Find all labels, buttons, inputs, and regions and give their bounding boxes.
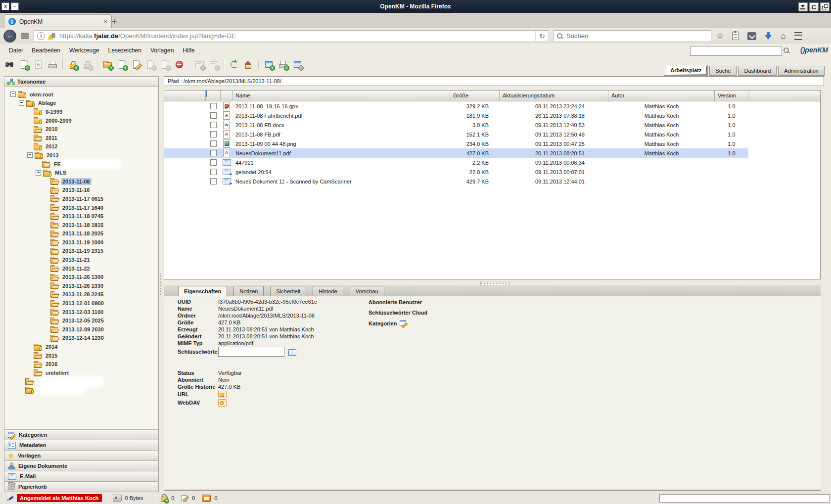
column-header-size[interactable]: Größe [450,91,500,101]
tree-item-2013-11-26-1330[interactable]: 2013-11-26 1330 [4,281,158,290]
tree-item-2013-11-21[interactable]: 2013-11-21 [4,255,158,264]
tree-item-2013-11-22[interactable]: 2013-11-22 [4,264,158,273]
file-row-4[interactable]: A2013-11-08 FB.pdf152.1 KB09.11.2013 12:… [164,130,748,139]
tree-item-2016[interactable]: 2016 [4,360,158,368]
tree-item-2013-12-03-1100[interactable]: 2013-12-03 1100 [4,308,158,317]
tree-item-2013-12-05-2025[interactable]: 2013-12-05 2025 [4,316,158,325]
row-checkbox[interactable] [210,169,217,175]
thesaurus-book-icon[interactable] [288,349,297,355]
tree-item-2013-12-14-1230[interactable]: 2013-12-14 1230 [4,334,158,343]
tree-item-okm-root[interactable]: okm:root [4,90,158,99]
sidebar-panel-papierkorb[interactable]: Papierkorb [4,481,158,492]
row-checkbox[interactable] [210,103,217,109]
sidebar-panel-metadaten[interactable]: Metadaten [4,440,158,450]
tree-item-2013-12-09-2030[interactable]: 2013-12-09 2030 [4,325,158,334]
tree-item-redacted[interactable] [4,386,158,395]
file-row-7[interactable]: 4479212.2 KB09.11.2013 00:06:34 [164,158,748,167]
create-folder-icon[interactable]: + [103,60,112,69]
file-row-1[interactable]: 2013-11-08_19-16-16.gpx329.2 KB08.11.201… [164,101,748,111]
sidebar-panel-vorlagen[interactable]: Vorlagen [4,450,158,460]
file-row-3[interactable]: W2013-11-08 FB.docx3.0 KB09.11.2013 12:4… [164,120,748,130]
downloads-icon[interactable] [765,32,772,40]
tree-item-2011[interactable]: 2011 [4,134,158,142]
url-shortcut-icon[interactable] [218,391,227,398]
reading-list-icon[interactable] [732,32,739,40]
properties-tab-notizen[interactable]: Notizen [233,286,264,296]
tree-item-2013-11-19-1000[interactable]: 2013-11-19 1000 [4,238,158,247]
tree-item-2013-11-17-0615[interactable]: 2013-11-17 0615 [4,194,158,203]
properties-tab-sicherheit[interactable]: Sicherheit [270,286,306,296]
menu-item-lesezeichen[interactable]: Lesezeichen [104,47,146,54]
categories-icon[interactable] [400,320,407,326]
workspace-tab-administration[interactable]: Administration [778,66,825,76]
tree-item-2013-11-26-1300[interactable]: 2013-11-26 1300 [4,273,158,281]
workspace-tab-arbeitsplatz[interactable]: Arbeitsplatz [664,65,708,76]
column-header-name[interactable]: Name [232,91,450,101]
menu-item-vorlagen[interactable]: Vorlagen [146,47,178,54]
workspace-tab-suche[interactable]: Suche [709,66,737,76]
tree-item-2014[interactable]: 2014 [4,342,158,351]
collapse-icon[interactable] [19,100,24,106]
menu-item-hilfe[interactable]: Hilfe [178,47,199,54]
hamburger-menu-icon[interactable] [794,32,802,40]
refresh-icon[interactable] [230,60,239,69]
url-bar[interactable]: https://katla.fjalar.de/OpenKM/frontend/… [34,30,549,42]
panel-splitter-vertical[interactable] [159,76,164,492]
tree-item-2013-11-18-2025[interactable]: 2013-11-18 2025 [4,229,158,238]
reload-icon[interactable] [535,31,549,41]
row-checkbox[interactable] [210,140,217,147]
edit-document-icon[interactable] [132,60,141,69]
url-text[interactable]: https://katla.fjalar.de/OpenKM/frontend/… [59,32,535,40]
column-header-version[interactable]: Version [715,91,748,101]
bookmark-star-icon[interactable] [716,31,724,41]
column-header-date[interactable]: Aktualisierungsdatum [500,91,608,101]
file-row-5[interactable]: 2013-11-09 00 44 48.png234.0 KB09.11.201… [164,139,748,148]
sidebar-panel-e-mail[interactable]: E-Mail [4,471,158,481]
back-button[interactable] [3,30,16,43]
panel-splitter-horizontal[interactable] [164,279,821,285]
tree-item-2013-11-19-1915[interactable]: 2013-11-19 1915 [4,247,158,256]
site-info-icon[interactable] [37,32,45,40]
splitter-grip-icon[interactable] [160,273,163,296]
tree-item-fe[interactable]: FE [4,160,158,169]
row-checkbox[interactable] [210,122,217,128]
file-row-6[interactable]: ANeuesDokument11.pdf427.0 KB20.11.2013 0… [164,148,748,158]
print-icon[interactable] [48,60,57,69]
tree-item-2013-11-08[interactable]: 2013-11-08 [4,177,158,186]
tree-item-2013-12-01-0900[interactable]: 2013-12-01 0900 [4,299,158,308]
tree-item-2013-11-17-1640[interactable]: 2013-11-17 1640 [4,203,158,212]
file-row-8[interactable]: gelandet 20:5422.8 KB09.11.2013 00:07:01 [164,167,748,177]
download-document-icon[interactable]: ↓ [19,60,29,69]
window-restore-icon[interactable] [820,2,830,11]
collapse-icon[interactable] [36,170,41,176]
tree-item-2013-11-16[interactable]: 2013-11-16 [4,186,158,195]
browser-tab-openkm[interactable]: OpenKM × [4,14,112,28]
keywords-input[interactable] [218,347,284,357]
row-checkbox[interactable] [210,159,217,166]
split-view-icon[interactable]: − [293,60,302,69]
row-checkbox[interactable] [210,131,217,137]
tree-item-2013[interactable]: 2013 [4,151,158,160]
go-home-icon[interactable] [244,60,253,69]
new-tab-button[interactable]: + [108,16,121,27]
row-checkbox[interactable] [210,112,217,119]
collapse-icon[interactable] [27,152,33,158]
find-document-icon[interactable] [5,60,14,69]
sidebar-panel-kategorien[interactable]: Kategorien [4,429,158,440]
workspace-tab-dashboard[interactable]: Dashboard [738,66,777,76]
mixed-content-warning-icon[interactable] [47,32,56,40]
menu-item-werkzeuge[interactable]: Werkzeuge [65,47,103,54]
column-header-author[interactable]: Autor [608,91,715,101]
tab-close-icon[interactable]: × [103,18,107,25]
tree-item-2015[interactable]: 2015 [4,351,158,360]
tree-item-2013-11-18-0745[interactable]: 2013-11-18 0745 [4,212,158,221]
home-icon[interactable] [781,31,785,41]
properties-tab-eigenschaften[interactable]: Eigenschaften [178,286,227,296]
add-workspace-icon[interactable]: + [264,60,274,69]
taxonomy-header[interactable]: Taxonomie [4,77,158,87]
statusbar-field[interactable] [659,494,830,503]
openkm-quick-search-input[interactable] [690,46,782,56]
history-dropdown-icon[interactable] [20,32,30,40]
menu-item-bearbeiten[interactable]: Bearbeiten [27,47,65,54]
tree-item-2013-11-28-2245[interactable]: 2013-11-28 2245 [4,290,158,299]
